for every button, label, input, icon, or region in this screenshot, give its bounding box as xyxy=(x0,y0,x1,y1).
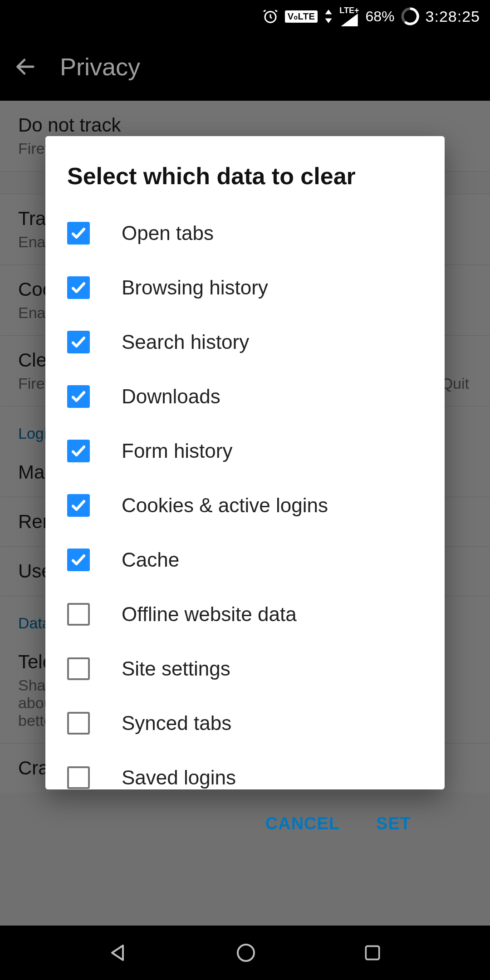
option-label: Browsing history xyxy=(122,276,268,299)
option-label: Saved logins xyxy=(122,766,236,789)
battery-percent: 68% xyxy=(366,8,395,25)
alarm-icon xyxy=(262,8,279,24)
option-row[interactable]: Form history xyxy=(67,424,423,478)
app-bar: Privacy xyxy=(0,33,490,101)
option-row[interactable]: Search history xyxy=(67,315,423,369)
option-row[interactable]: Offline website data xyxy=(67,587,423,642)
option-row[interactable]: Browsing history xyxy=(67,260,423,315)
option-row[interactable]: Downloads xyxy=(67,369,423,424)
nav-home-icon[interactable] xyxy=(235,942,257,964)
clock: 3:28:25 xyxy=(426,8,480,25)
checkbox[interactable] xyxy=(67,276,90,299)
option-row[interactable]: Cookies & active logins xyxy=(67,478,423,533)
checkbox[interactable] xyxy=(67,712,90,735)
option-label: Site settings xyxy=(122,657,230,680)
battery-ring-icon xyxy=(401,7,419,25)
checkbox[interactable] xyxy=(67,331,90,353)
nav-back-icon[interactable] xyxy=(108,942,129,964)
option-label: Downloads xyxy=(122,385,220,408)
checkbox[interactable] xyxy=(67,385,90,408)
option-label: Cookies & active logins xyxy=(122,494,328,517)
option-row[interactable]: Synced tabs xyxy=(67,696,423,750)
navigation-bar xyxy=(0,926,490,980)
updown-icon xyxy=(324,10,333,23)
option-row[interactable]: Open tabs xyxy=(67,206,423,260)
checkbox[interactable] xyxy=(67,222,90,245)
checkbox[interactable] xyxy=(67,549,90,571)
option-row[interactable]: Site settings xyxy=(67,642,423,696)
set-button[interactable]: SET xyxy=(376,814,411,833)
option-label: Form history xyxy=(122,440,232,462)
checkbox[interactable] xyxy=(67,494,90,517)
option-label: Open tabs xyxy=(122,222,214,245)
nav-recent-icon[interactable] xyxy=(363,943,382,963)
volte-badge: VoLTE xyxy=(285,10,318,23)
option-row[interactable]: Saved logins xyxy=(67,750,423,805)
option-label: Synced tabs xyxy=(122,712,231,735)
checkbox[interactable] xyxy=(67,766,90,789)
dialog-options: Open tabsBrowsing historySearch historyD… xyxy=(67,206,423,805)
checkbox[interactable] xyxy=(67,603,90,626)
status-bar: VoLTE LTE+ 68% 3:28:25 xyxy=(0,0,490,33)
option-label: Offline website data xyxy=(122,603,297,626)
option-row[interactable]: Cache xyxy=(67,533,423,587)
signal-icon: LTE+ xyxy=(339,6,359,26)
dialog-actions: CANCEL SET xyxy=(67,805,423,833)
svg-rect-4 xyxy=(366,946,379,959)
option-label: Cache xyxy=(122,549,179,571)
option-label: Search history xyxy=(122,331,249,353)
checkbox[interactable] xyxy=(67,657,90,680)
cancel-button[interactable]: CANCEL xyxy=(265,814,340,833)
clear-data-dialog: Select which data to clear Open tabsBrow… xyxy=(45,136,445,789)
back-icon[interactable] xyxy=(14,55,37,78)
checkbox[interactable] xyxy=(67,440,90,462)
dialog-title: Select which data to clear xyxy=(67,162,423,190)
svg-point-3 xyxy=(238,945,254,961)
page-title: Privacy xyxy=(60,53,140,81)
